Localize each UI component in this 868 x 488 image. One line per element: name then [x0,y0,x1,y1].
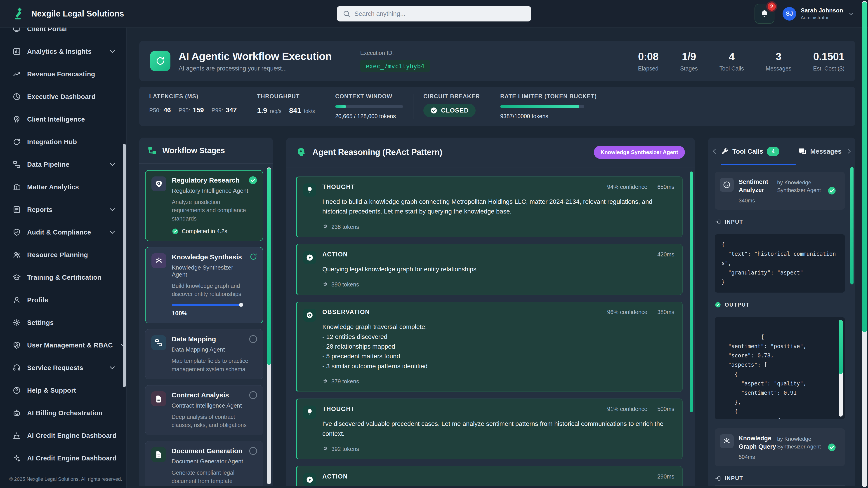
input-icon [715,475,721,482]
sparkles-icon [13,454,21,462]
sidebar-item-client-portal[interactable]: Client Portal [0,28,126,40]
output-section: OUTPUT { "sentiment": "positive", "score… [715,302,845,419]
sunrise-icon [13,431,21,440]
stage-card-knowledge-synthesis[interactable]: Knowledge Synthesis Knowledge Synthesize… [145,247,263,324]
workflow-scrollbar-thumb[interactable] [267,168,271,365]
smiley-icon [723,181,731,189]
stage-card-contract-analysis[interactable]: Contract Analysis Contract Intelligence … [145,385,263,435]
stage-status-pending-icon [248,446,258,456]
sync-icon [13,138,21,146]
stage-card-regulatory-research[interactable]: Regulatory Research Regulatory Intellige… [145,170,263,241]
stage-status-pending-icon [248,390,258,400]
sidebar-item-user-management[interactable]: User Management & RBAC [0,334,126,357]
brand[interactable]: Nexgile Legal Solutions [13,7,124,20]
notification-badge: 2 [766,1,777,12]
pipeline-icon [13,160,21,168]
sidebar-item-matter-analytics[interactable]: Matter Analytics [0,176,126,198]
sidebar-item-analytics-insights[interactable]: Analytics & Insights [0,40,126,63]
sidebar-item-integration-hub[interactable]: Integration Hub [0,131,126,153]
tool-list-scrollbar-thumb[interactable] [850,167,854,285]
user-menu[interactable]: SJ Sarah Johnson Administrator [782,7,855,21]
tool-call-sentiment-analyzer[interactable]: Sentiment Analyzer by Knowledge Synthesi… [715,172,845,210]
token-icon [322,282,328,288]
stage-status-pending-icon [248,334,258,344]
divider [346,48,346,74]
tabs-scroll-right-button[interactable] [845,148,852,155]
sidebar-item-profile[interactable]: Profile [0,289,126,311]
token-icon [322,379,328,385]
output-scrollbar-thumb[interactable] [839,320,843,374]
token-icon [322,446,328,452]
person-icon [13,296,21,304]
agent-reasoning-panel: Agent Reasoning (ReAct Pattern) Knowledg… [286,138,695,486]
network-icon [723,437,731,445]
action-icon-chip [303,473,316,486]
sidebar-item-ai-credit-engine-1[interactable]: AI Credit Engine Dashboard [0,424,126,447]
sidebar-item-executive-dashboard[interactable]: Executive Dashboard [0,86,126,108]
check-circle-icon [172,228,179,235]
input-section: INPUT { "query": "MATCH (c:Client)-[:HAS… [715,475,845,486]
execution-id-value[interactable]: exec_7mvc1lyhyb4 [360,60,430,72]
sidebar-item-settings[interactable]: Settings [0,311,126,334]
tabs-scroll-left-button[interactable] [711,148,718,155]
head-gear-icon [13,115,21,123]
tool-success-icon [827,443,836,452]
headset-icon [13,364,21,372]
page-scrollbar[interactable] [862,1,867,487]
stat-stages: 1/9Stages [680,51,698,72]
output-scrollbar[interactable] [839,320,843,417]
tool-input-code: { "text": "historical_communications", "… [715,234,845,293]
tool-call-knowledge-graph-query[interactable]: Knowledge Graph Query by Knowledge Synth… [715,428,845,466]
stage-icon-chip [151,391,166,406]
confidence: 94% confidence [607,184,647,190]
stage-icon-chip [151,253,166,268]
reasoning-scrollbar-thumb[interactable] [690,171,693,412]
circuit-breaker-metric: CIRCUIT BREAKER CLOSED [423,93,480,117]
stage-icon-chip [151,335,166,350]
reasoning-entry-observation-1: OBSERVATION 96% confidence380ms Knowledg… [296,302,683,392]
chevron-down-icon [108,205,116,214]
reasoning-entry-thought-1: THOUGHT 94% confidence650ms I need to bu… [296,176,683,237]
eye-icon [306,311,313,319]
search-input[interactable] [354,10,525,18]
search-icon [343,10,350,18]
workflow-status-chip [150,51,170,71]
sidebar-item-service-requests[interactable]: Service Requests [0,357,126,379]
stage-card-document-generation[interactable]: Document Generation Document Generator A… [145,441,263,486]
confidence: 96% confidence [607,309,647,315]
sidebar-item-training-certification[interactable]: Training & Certification [0,266,126,289]
sidebar-item-audit-compliance[interactable]: Audit & Compliance [0,221,126,243]
execution-header-card: AI Agentic Workflow Execution AI agents … [139,41,855,81]
tab-messages[interactable]: Messages [798,147,842,156]
sidebar-item-resource-planning[interactable]: Resource Planning [0,243,126,266]
page-scrollbar-thumb[interactable] [862,2,867,332]
stage-icon-chip [151,176,166,191]
sidebar-item-ai-credit-engine-2[interactable]: AI Credit Engine Dashboard [0,447,126,469]
robot-icon [13,409,21,417]
sidebar-scrollbar[interactable] [123,144,126,387]
reasoning-entry-thought-2: THOUGHT 91% confidence500ms I've discove… [296,398,683,459]
refresh-icon [155,56,165,66]
workflow-scrollbar[interactable] [267,167,271,484]
sidebar-item-reports[interactable]: Reports [0,198,126,221]
sidebar-footer: © 2025 Nexgile Legal Solutions. All righ… [9,476,122,482]
sidebar-item-help-support[interactable]: Help & Support [0,379,126,402]
tool-panel-tabs: Tool Calls 4 Messages [708,138,855,165]
shield-check-icon [13,228,21,236]
duration: 290ms [657,473,674,480]
reasoning-entry-action-2: ACTION 290ms Analyzing communication sen… [296,466,683,486]
notifications-button[interactable]: 2 [754,4,774,24]
trend-up-icon [13,70,21,78]
active-tab-underline [721,164,796,165]
sidebar-item-ai-billing[interactable]: AI Billing Orchestration [0,402,126,424]
divider [413,94,413,119]
tool-success-icon [827,186,836,195]
duration: 500ms [657,406,674,412]
chevron-down-icon [108,47,116,56]
sidebar-item-client-intelligence[interactable]: Client Intelligence [0,108,126,131]
global-search[interactable] [337,6,531,22]
stage-card-data-mapping[interactable]: Data Mapping Data Mapping Agent Map temp… [145,329,263,379]
sidebar-item-revenue-forecasting[interactable]: Revenue Forecasting [0,63,126,86]
sidebar-item-data-pipeline[interactable]: Data Pipeline [0,153,126,176]
tab-tool-calls[interactable]: Tool Calls 4 [721,147,779,156]
